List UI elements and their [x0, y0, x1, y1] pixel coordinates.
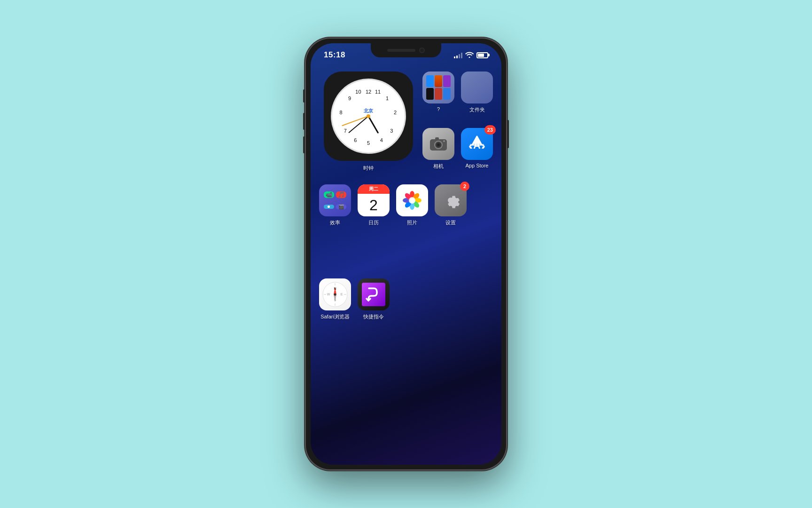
notch	[371, 43, 441, 57]
app-row-3: 📹 🎵 ⏺ 🎬 效率 周二 2 日历	[319, 184, 467, 226]
folder1-label: ?	[437, 106, 440, 112]
speaker	[387, 49, 415, 52]
svg-point-24	[334, 294, 336, 296]
folder2-icon	[461, 71, 493, 103]
camera-label: 相机	[433, 163, 444, 170]
app-appstore[interactable]: A 23 App Store	[461, 128, 493, 170]
svg-text:S: S	[334, 298, 336, 302]
app-camera[interactable]: 相机	[422, 128, 454, 170]
app-photos[interactable]: 照片	[396, 184, 428, 226]
app-safari[interactable]: N S E W Safari浏览器	[319, 278, 351, 320]
camera-icon	[422, 128, 454, 160]
app-row-2: 相机 A	[422, 128, 493, 170]
calendar-date: 2	[369, 194, 378, 216]
svg-text:N: N	[334, 287, 336, 290]
app-efficiency[interactable]: 📹 🎵 ⏺ 🎬 效率	[319, 184, 351, 226]
battery-fill	[478, 54, 484, 57]
svg-text:E: E	[341, 293, 343, 296]
photos-icon	[396, 184, 428, 216]
phone-frame: 15:18	[305, 38, 507, 470]
status-icons	[454, 51, 488, 59]
svg-point-5	[443, 140, 445, 142]
signal-bar-3	[459, 54, 460, 58]
signal-bar-1	[454, 56, 455, 58]
folder2-label: 文件夹	[469, 106, 485, 113]
shortcuts-label: 快捷指令	[363, 313, 384, 320]
svg-point-3	[437, 144, 440, 146]
svg-point-16	[409, 197, 415, 204]
efficiency-label: 效率	[330, 219, 340, 226]
app-folder1[interactable]: ?	[422, 71, 454, 113]
clock-label: 时钟	[324, 165, 413, 172]
appstore-label: App Store	[466, 163, 489, 168]
app-folder2[interactable]: 文件夹	[461, 71, 493, 113]
settings-badge: 2	[460, 182, 469, 191]
svg-rect-29	[362, 283, 385, 306]
signal-bar-2	[456, 56, 458, 58]
calendar-label: 日历	[368, 219, 379, 226]
wifi-icon	[465, 51, 474, 59]
battery-icon	[476, 52, 488, 58]
app-calendar[interactable]: 周二 2 日历	[358, 184, 390, 226]
calendar-weekday: 周二	[358, 184, 390, 194]
app-row-4: N S E W Safari浏览器	[319, 278, 390, 320]
clock-face: 12 1 2 3 4 5 6 7 8 9 10 11 北京	[331, 79, 406, 154]
phone-screen: 15:18	[311, 43, 501, 465]
power-button[interactable]	[507, 120, 509, 148]
safari-label: Safari浏览器	[320, 313, 350, 320]
settings-label: 设置	[445, 219, 456, 226]
app-row-1: ? 文件夹	[422, 71, 493, 113]
volume-down-button[interactable]	[303, 136, 305, 153]
clock-widget[interactable]: 12 1 2 3 4 5 6 7 8 9 10 11 北京	[324, 71, 413, 161]
app-settings[interactable]: 2 设置	[435, 184, 467, 226]
appstore-badge: 23	[484, 125, 496, 135]
appstore-icon: A 23	[461, 128, 493, 160]
safari-icon: N S E W	[319, 278, 351, 310]
svg-rect-4	[435, 137, 439, 140]
front-camera	[419, 48, 425, 53]
clock-center	[367, 114, 370, 118]
app-shortcuts[interactable]: 快捷指令	[358, 278, 390, 320]
shortcuts-icon	[358, 278, 390, 310]
folder1-icon	[422, 71, 454, 103]
volume-up-button[interactable]	[303, 113, 305, 130]
status-time: 15:18	[324, 50, 345, 60]
silent-button[interactable]	[303, 89, 305, 103]
photos-label: 照片	[407, 219, 417, 226]
signal-icon	[454, 52, 462, 58]
calendar-icon: 周二 2	[358, 184, 390, 216]
svg-text:W: W	[327, 293, 330, 296]
efficiency-icon: 📹 🎵 ⏺ 🎬	[319, 184, 351, 216]
signal-bar-4	[461, 53, 462, 58]
settings-icon: 2	[435, 184, 467, 216]
